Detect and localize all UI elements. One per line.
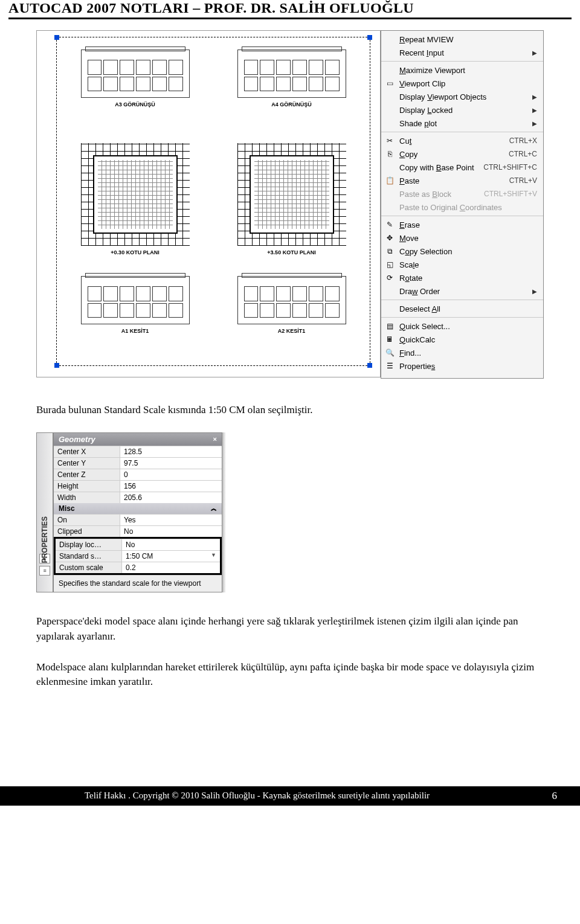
context-menu-label: Move: [399, 234, 537, 243]
context-menu-label: Paste: [399, 176, 504, 185]
context-menu-label: Cut: [399, 136, 504, 146]
drawing-elevation-a3: A3 GÖRÜNÜŞÜ: [81, 50, 190, 107]
blank-icon: [384, 202, 396, 212]
submenu-arrow-icon: ▶: [532, 50, 537, 56]
drawing-label: A4 GÖRÜNÜŞÜ: [237, 101, 346, 107]
panel-shadow: [222, 432, 226, 593]
section-title: Misc: [59, 504, 75, 513]
context-menu-item[interactable]: ✎Erase: [381, 218, 543, 231]
blank-icon: [384, 48, 396, 57]
context-menu-label: Copy Selection: [399, 247, 537, 256]
context-menu-label: Scale: [399, 260, 537, 269]
blank-icon: [384, 304, 396, 313]
context-menu-label: Quick Select...: [399, 322, 537, 331]
context-menu-item[interactable]: Display Viewport Objects▶: [381, 90, 543, 103]
selection-handle[interactable]: [367, 35, 372, 40]
shortcut-text: CTRL+C: [504, 150, 537, 158]
selection-handle[interactable]: [54, 35, 59, 40]
dropdown-arrow-icon[interactable]: ▼: [211, 552, 216, 558]
context-menu-label: Display Viewport Objects: [399, 92, 529, 101]
context-menu-item[interactable]: Repeat MVIEW: [381, 33, 543, 46]
shortcut-text: CTRL+SHIFT+V: [479, 190, 537, 198]
selection-handle[interactable]: [54, 363, 59, 368]
property-value[interactable]: 156: [120, 481, 222, 492]
drawing-section-a1: A1 KESİT1: [81, 276, 190, 334]
context-menu-label: Copy with Base Point: [399, 163, 478, 172]
property-key: Clipped: [54, 526, 120, 537]
drawing-label: A3 GÖRÜNÜŞÜ: [81, 101, 190, 107]
property-value[interactable]: No: [120, 526, 222, 537]
property-row: Width205.6: [54, 492, 222, 503]
property-key: Height: [54, 481, 120, 492]
context-menu-item[interactable]: ⧉Copy Selection: [381, 245, 543, 258]
screenshot-autocad-canvas-and-context-menu: A3 GÖRÜNÜŞÜ A4 GÖRÜNÜŞÜ +0.30 KOTU PLANI: [36, 30, 544, 379]
context-menu-label: Display Locked: [399, 106, 529, 115]
close-icon[interactable]: ×: [213, 435, 217, 443]
context-menu-item[interactable]: Copy with Base PointCTRL+SHIFT+C: [381, 161, 543, 174]
property-value[interactable]: 97.5: [120, 458, 222, 469]
context-menu-item[interactable]: Draw Order▶: [381, 284, 543, 298]
submenu-arrow-icon: ▶: [532, 94, 537, 100]
context-menu-item[interactable]: ▤Quick Select...: [381, 319, 543, 333]
context-menu-label: Viewport Clip: [399, 79, 537, 88]
find-icon: 🔍: [384, 348, 396, 358]
drawing-plan-1: +0.30 KOTU PLANI: [81, 143, 190, 255]
context-menu-label: Erase: [399, 220, 537, 229]
property-value[interactable]: 205.6: [120, 492, 222, 503]
rotate-icon: ⟳: [384, 273, 396, 283]
drawing-label: +3.50 KOTU PLANI: [237, 249, 346, 255]
property-value[interactable]: 0: [120, 469, 222, 480]
properties-palette-sidebar[interactable]: PROPERTIES ▸ ≡: [36, 432, 53, 593]
property-key: Center X: [54, 446, 120, 457]
property-row: Standard s…1:50 CM▼: [56, 550, 220, 562]
properties-panel: Geometry× Center X128.5Center Y97.5Cente…: [53, 432, 222, 593]
context-menu-item[interactable]: ⟳Rotate: [381, 271, 543, 284]
drawing-canvas: A3 GÖRÜNÜŞÜ A4 GÖRÜNÜŞÜ +0.30 KOTU PLANI: [36, 30, 381, 377]
property-value[interactable]: 128.5: [120, 446, 222, 457]
submenu-arrow-icon: ▶: [532, 288, 537, 295]
context-menu-item[interactable]: 🔍Find...: [381, 346, 543, 359]
context-menu-item[interactable]: 📋PasteCTRL+V: [381, 174, 543, 187]
page-title: AUTOCAD 2007 NOTLARI – PROF. DR. SALİH O…: [0, 0, 580, 16]
property-value[interactable]: No: [122, 539, 220, 550]
context-menu-item[interactable]: Recent Input▶: [381, 46, 543, 59]
property-row: OnYes: [54, 514, 222, 525]
context-menu-item[interactable]: ✂CutCTRL+X: [381, 134, 543, 147]
context-menu-label: Repeat MVIEW: [399, 35, 537, 44]
scale-icon: ◱: [384, 260, 396, 269]
context-menu-item[interactable]: Shade plot▶: [381, 117, 543, 130]
property-key: Standard s…: [56, 551, 122, 562]
selection-handle[interactable]: [367, 363, 372, 368]
footer-text: Telif Hakkı . Copyright © 2010 Salih Ofl…: [85, 791, 430, 801]
palette-button-icon[interactable]: ≡: [39, 566, 50, 576]
context-menu-label: Draw Order: [399, 287, 529, 296]
context-menu-item[interactable]: Maximize Viewport: [381, 63, 543, 77]
context-menu-item[interactable]: ✥Move: [381, 231, 543, 245]
context-menu-item: Paste as BlockCTRL+SHIFT+V: [381, 187, 543, 201]
context-menu-item[interactable]: Display Locked▶: [381, 103, 543, 117]
context-menu-item[interactable]: 🖩QuickCalc: [381, 333, 543, 346]
context-menu-label: Paste as Block: [399, 190, 479, 199]
highlighted-property-group: Display loc…NoStandard s…1:50 CM▼Custom …: [54, 537, 222, 575]
context-menu-item[interactable]: ◱Scale: [381, 258, 543, 271]
context-menu-item[interactable]: ⎘CopyCTRL+C: [381, 147, 543, 161]
property-value[interactable]: 0.2: [122, 562, 220, 573]
property-key: Width: [54, 492, 120, 503]
property-key: Custom scale: [56, 562, 122, 573]
properties-section-header-geometry[interactable]: Geometry×: [54, 433, 222, 446]
property-key: Center Z: [54, 469, 120, 480]
context-menu-item[interactable]: Deselect All: [381, 302, 543, 315]
submenu-arrow-icon: ▶: [532, 120, 537, 127]
property-value[interactable]: 1:50 CM▼: [122, 551, 220, 562]
properties-section-header-misc[interactable]: Misc︽: [54, 503, 222, 514]
property-value[interactable]: Yes: [120, 515, 222, 525]
section-title: Geometry: [59, 435, 95, 444]
context-menu-item[interactable]: ☰Properties: [381, 359, 543, 373]
property-key: Center Y: [54, 458, 120, 469]
blank-icon: [384, 34, 396, 44]
context-menu-item[interactable]: ▭Viewport Clip: [381, 77, 543, 90]
context-menu-label: Shade plot: [399, 119, 529, 128]
blank-icon: [384, 189, 396, 199]
context-menu-label: QuickCalc: [399, 335, 537, 344]
property-key: Display loc…: [56, 539, 122, 550]
